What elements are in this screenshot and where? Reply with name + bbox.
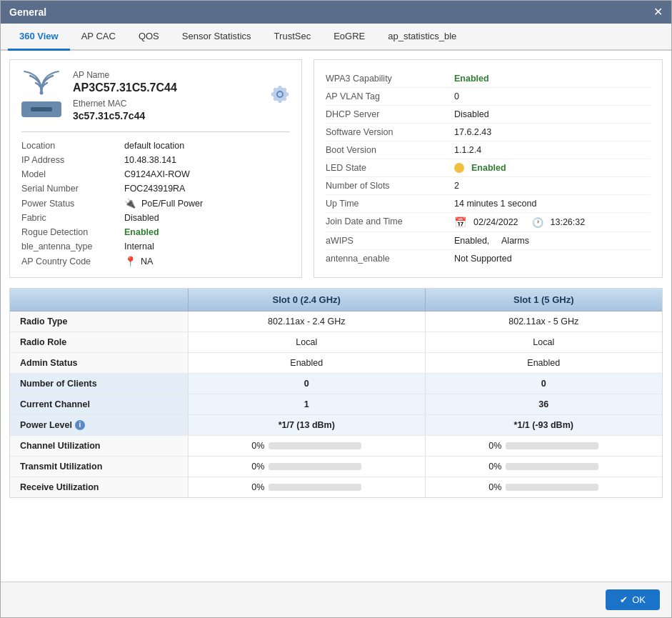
join-time: 13:26:32: [551, 217, 586, 227]
join-date: 02/24/2022: [473, 217, 518, 227]
stat-antenna-enable: antenna_enable Not Supported: [326, 250, 651, 267]
ap-header: AP Name AP3C57.31C5.7C44 Ethernet MAC 3c…: [21, 70, 290, 132]
field-label-location: Location: [21, 141, 121, 151]
tx-util-pct-0: 0%: [251, 462, 264, 472]
stat-value-join-datetime: 📅 02/24/2022 🕐 13:26:32: [454, 216, 585, 228]
tab-sensor-statistics[interactable]: Sensor Statistics: [171, 24, 263, 51]
slot-row-tx-util: Transmit Utilization 0% 0%: [10, 457, 662, 477]
channel-util-pct-1: 0%: [488, 441, 501, 451]
ap-icon-group: [21, 70, 61, 117]
field-country-code: AP Country Code 📍 NA: [21, 256, 290, 267]
stat-value-dhcp: Disabled: [454, 109, 489, 119]
field-label-model: Model: [21, 169, 121, 179]
field-label-ip: IP Address: [21, 155, 121, 165]
tx-util-bar-wrap-0: 0%: [251, 462, 361, 472]
tab-eogre[interactable]: EoGRE: [322, 24, 376, 51]
stat-value-antenna-enable: Not Supported: [454, 254, 512, 264]
field-rogue-detection: Rogue Detection Enabled: [21, 227, 290, 237]
tab-bar: 360 View AP CAC QOS Sensor Statistics Tr…: [1, 24, 671, 51]
field-label-country-code: AP Country Code: [21, 256, 121, 266]
stat-value-awips: Enabled, Alarms: [454, 236, 529, 246]
tab-ap-statistics-ble[interactable]: ap_statistics_ble: [376, 24, 468, 51]
power-level-info-icon[interactable]: i: [75, 420, 85, 430]
location-icon: 📍: [124, 256, 136, 267]
stat-label-awips: aWIPS: [326, 236, 454, 246]
tab-apcac[interactable]: AP CAC: [70, 24, 127, 51]
slot-val-current-channel-1: 36: [426, 394, 663, 414]
stat-label-boot-version: Boot Version: [326, 145, 454, 155]
tx-util-bar-bg-1: [506, 463, 598, 470]
slot-val-power-level-0: *1/7 (13 dBm): [189, 415, 426, 435]
slot-val-channel-util-1: 0%: [426, 436, 663, 456]
field-ip: IP Address 10.48.38.141: [21, 155, 290, 165]
ap-device-icon: [21, 101, 61, 117]
slot-val-num-clients-0: 0: [189, 374, 426, 394]
slot-label-channel-util: Channel Utilization: [10, 436, 189, 456]
slot-val-rx-util-1: 0%: [426, 477, 663, 497]
stat-boot-version: Boot Version 1.1.2.4: [326, 141, 651, 159]
stat-label-dhcp: DHCP Server: [326, 109, 454, 119]
led-state-text: Enabled: [471, 163, 506, 173]
field-label-serial: Serial Number: [21, 184, 121, 194]
stat-label-sw-version: Software Version: [326, 127, 454, 137]
window-title: General: [9, 6, 46, 18]
slot-label-tx-util: Transmit Utilization: [10, 457, 189, 477]
field-value-serial: FOC243919RA: [124, 184, 185, 194]
stat-uptime: Up Time 14 minutes 1 second: [326, 195, 651, 213]
channel-util-bar-wrap-0: 0%: [251, 441, 361, 451]
channel-util-pct-0: 0%: [251, 441, 264, 451]
ap-info-panel: AP Name AP3C57.31C5.7C44 Ethernet MAC 3c…: [9, 59, 302, 278]
footer-bar: ✔ OK: [1, 582, 671, 617]
field-value-location: default location: [124, 141, 184, 151]
ok-button[interactable]: ✔ OK: [606, 589, 660, 610]
field-model: Model C9124AXI-ROW: [21, 169, 290, 179]
tab-360view[interactable]: 360 View: [8, 24, 70, 51]
slot-row-power-level: Power Level i *1/7 (13 dBm) *1/1 (-93 dB…: [10, 415, 662, 436]
ap-name-label: AP Name: [73, 70, 259, 80]
title-bar: General ✕: [1, 1, 671, 24]
slot-header-empty: [10, 289, 189, 311]
content-area: AP Name AP3C57.31C5.7C44 Ethernet MAC 3c…: [1, 51, 671, 582]
slot-table: Slot 0 (2.4 GHz) Slot 1 (5 GHz) Radio Ty…: [9, 288, 663, 498]
field-power-status: Power Status 🔌 PoE/Full Power: [21, 198, 290, 209]
tx-util-bar-wrap-1: 0%: [488, 462, 598, 472]
stat-vlan: AP VLAN Tag 0: [326, 88, 651, 106]
slot-label-admin-status: Admin Status: [10, 353, 189, 373]
stat-value-num-slots: 2: [454, 181, 459, 191]
wifi-icon: [21, 70, 61, 99]
ok-label: OK: [632, 594, 646, 605]
stat-label-vlan: AP VLAN Tag: [326, 91, 454, 101]
field-fabric: Fabric Disabled: [21, 213, 290, 223]
stat-awips: aWIPS Enabled, Alarms: [326, 232, 651, 250]
ethernet-mac-label: Ethernet MAC: [73, 99, 259, 109]
top-section: AP Name AP3C57.31C5.7C44 Ethernet MAC 3c…: [9, 59, 663, 278]
stat-value-wpa3: Enabled: [454, 74, 489, 84]
slot-val-radio-role-0: Local: [189, 332, 426, 352]
stat-join-datetime: Join Date and Time 📅 02/24/2022 🕐 13:26:…: [326, 213, 651, 232]
stat-label-antenna-enable: antenna_enable: [326, 254, 454, 264]
checkmark-icon: ✔: [620, 594, 628, 605]
slot-header-slot0: Slot 0 (2.4 GHz): [189, 289, 426, 311]
stat-sw-version: Software Version 17.6.2.43: [326, 124, 651, 141]
tx-util-pct-1: 0%: [488, 462, 501, 472]
stat-value-boot-version: 1.1.2.4: [454, 145, 481, 155]
field-value-fabric: Disabled: [124, 213, 159, 223]
slot-label-current-channel: Current Channel: [10, 394, 189, 414]
field-label-power-status: Power Status: [21, 199, 121, 209]
stat-led-state: LED State Enabled: [326, 159, 651, 177]
close-button[interactable]: ✕: [653, 6, 663, 18]
stat-label-led-state: LED State: [326, 163, 454, 173]
general-window: General ✕ 360 View AP CAC QOS Sensor Sta…: [0, 0, 672, 618]
power-icon: 🔌: [124, 198, 136, 209]
field-label-ble-antenna: ble_antenna_type: [21, 241, 121, 251]
slot-row-radio-role: Radio Role Local Local: [10, 332, 662, 353]
tab-trustsec[interactable]: TrustSec: [263, 24, 323, 51]
slot-row-admin-status: Admin Status Enabled Enabled: [10, 353, 662, 374]
slot-header-row: Slot 0 (2.4 GHz) Slot 1 (5 GHz): [10, 289, 662, 312]
stat-label-wpa3: WPA3 Capability: [326, 74, 454, 84]
stat-value-sw-version: 17.6.2.43: [454, 127, 491, 137]
field-value-ble-antenna: Internal: [124, 241, 154, 251]
tab-qos[interactable]: QOS: [127, 24, 171, 51]
slot-val-tx-util-1: 0%: [426, 457, 663, 477]
gear-icon[interactable]: [270, 84, 290, 108]
